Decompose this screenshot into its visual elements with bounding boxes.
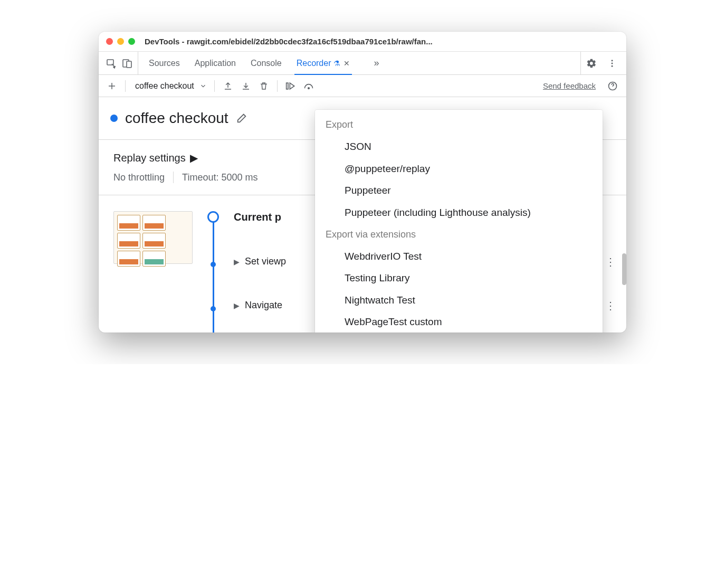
svg-point-5 bbox=[612, 65, 613, 67]
expand-icon: ▶ bbox=[234, 258, 240, 266]
delete-icon[interactable] bbox=[256, 78, 272, 94]
svg-rect-6 bbox=[286, 83, 288, 89]
timeline bbox=[205, 211, 221, 311]
chevron-down-icon[interactable] bbox=[199, 82, 207, 90]
step-more-icon[interactable]: ⋮ bbox=[605, 255, 616, 268]
devtools-window: DevTools - rawgit.com/ebidel/2d2bb0cdec3… bbox=[99, 32, 626, 333]
tab-application[interactable]: Application bbox=[195, 52, 236, 74]
maximize-window-icon[interactable] bbox=[128, 38, 135, 45]
close-window-icon[interactable] bbox=[106, 38, 113, 45]
timeline-node[interactable] bbox=[211, 306, 216, 311]
kebab-menu-icon[interactable] bbox=[602, 52, 622, 74]
scrollbar-thumb[interactable] bbox=[622, 253, 626, 285]
menu-item-webdriverio[interactable]: WebdriverIO Test bbox=[315, 245, 603, 268]
menu-item-webpagetest[interactable]: WebPageTest custom bbox=[315, 311, 603, 333]
recorder-toolbar: coffee checkout Send feedback bbox=[99, 75, 626, 97]
menu-item-puppeteer-lighthouse[interactable]: Puppeteer (including Lighthouse analysis… bbox=[315, 202, 603, 224]
import-icon[interactable] bbox=[238, 78, 254, 94]
chevron-right-icon: ▶ bbox=[190, 151, 198, 164]
step-icon[interactable] bbox=[283, 78, 299, 94]
recording-title: coffee checkout bbox=[125, 110, 228, 127]
menu-item-testing-library[interactable]: Testing Library bbox=[315, 267, 603, 289]
device-toolbar-icon[interactable] bbox=[122, 58, 132, 69]
svg-rect-2 bbox=[127, 61, 131, 68]
replay-speed-icon[interactable] bbox=[301, 78, 317, 94]
edit-title-icon[interactable] bbox=[236, 112, 247, 124]
titlebar: DevTools - rawgit.com/ebidel/2d2bb0cdec3… bbox=[99, 32, 626, 52]
settings-icon[interactable] bbox=[580, 52, 602, 74]
more-tabs-icon[interactable]: » bbox=[374, 58, 379, 69]
help-icon[interactable] bbox=[604, 81, 621, 91]
timeline-node[interactable] bbox=[211, 262, 216, 267]
recording-select[interactable]: coffee checkout bbox=[131, 81, 197, 91]
svg-point-7 bbox=[308, 87, 310, 89]
throttling-value: No throttling bbox=[113, 172, 165, 183]
close-tab-icon[interactable]: ✕ bbox=[344, 59, 350, 68]
minimize-window-icon[interactable] bbox=[117, 38, 124, 45]
page-thumbnail bbox=[113, 211, 193, 264]
window-title: DevTools - rawgit.com/ebidel/2d2bb0cdec3… bbox=[145, 37, 433, 46]
traffic-lights bbox=[106, 38, 135, 45]
send-feedback-link[interactable]: Send feedback bbox=[543, 81, 596, 90]
tab-recorder[interactable]: Recorder ⚗︎ ✕ bbox=[297, 52, 350, 74]
experiment-icon: ⚗︎ bbox=[333, 59, 340, 68]
menu-item-nightwatch[interactable]: Nightwatch Test bbox=[315, 289, 603, 311]
recording-status-dot bbox=[110, 115, 118, 122]
new-recording-button[interactable] bbox=[104, 78, 120, 94]
menu-item-puppeteer-replay[interactable]: @puppeteer/replay bbox=[315, 158, 603, 180]
menu-section-export: Export bbox=[315, 119, 603, 136]
export-icon[interactable] bbox=[220, 78, 236, 94]
svg-point-3 bbox=[612, 60, 613, 61]
svg-point-4 bbox=[612, 62, 613, 64]
timeline-start-node[interactable] bbox=[207, 211, 219, 223]
export-menu: Export JSON @puppeteer/replay Puppeteer … bbox=[315, 110, 603, 333]
menu-item-json[interactable]: JSON bbox=[315, 136, 603, 158]
tab-sources[interactable]: Sources bbox=[149, 52, 180, 74]
expand-icon: ▶ bbox=[234, 301, 240, 310]
panel-tabs-bar: Sources Application Console Recorder ⚗︎ … bbox=[99, 52, 626, 75]
menu-item-puppeteer[interactable]: Puppeteer bbox=[315, 179, 603, 202]
timeout-value: Timeout: 5000 ms bbox=[182, 172, 257, 183]
step-more-icon[interactable]: ⋮ bbox=[605, 299, 616, 312]
tab-console[interactable]: Console bbox=[251, 52, 282, 74]
menu-section-extensions: Export via extensions bbox=[315, 224, 603, 245]
inspect-element-icon[interactable] bbox=[106, 58, 117, 69]
